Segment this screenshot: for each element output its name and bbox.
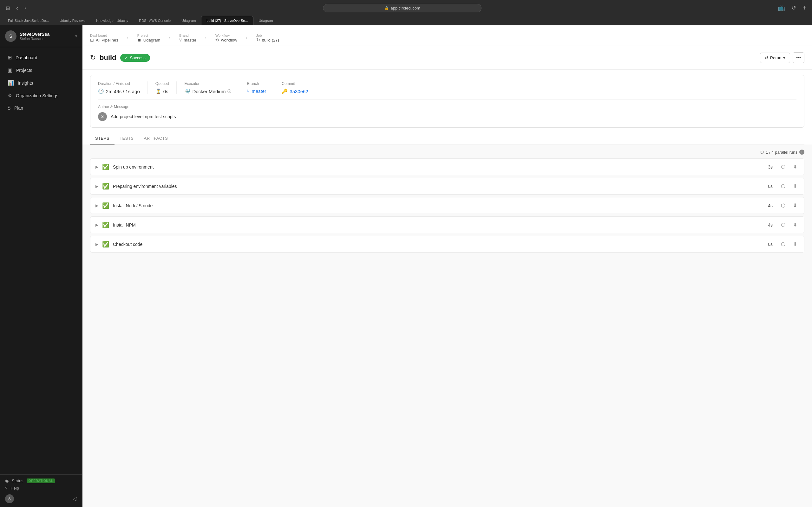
- back-button[interactable]: ‹: [14, 4, 20, 12]
- parallel-info-icon[interactable]: i: [799, 150, 804, 155]
- step-open-2[interactable]: ⬡: [779, 202, 787, 209]
- avatar: S: [5, 31, 16, 42]
- footer-help[interactable]: ? Help: [5, 486, 77, 491]
- breadcrumb-section: Dashboard ⊞ All Pipelines › Project ▣ Ud…: [90, 31, 286, 46]
- bc-text-project: Udagram: [143, 38, 160, 43]
- author-label: Author & Message: [98, 105, 797, 109]
- address-bar[interactable]: 🔒 app.circleci.com: [323, 4, 481, 12]
- step-open-0[interactable]: ⬡: [779, 163, 787, 170]
- sidebar-item-label: Dashboard: [15, 55, 38, 60]
- step-expand-1[interactable]: ▶: [96, 184, 98, 188]
- step-name-1: Preparing environment variables: [113, 184, 764, 189]
- duration-text: 2m 49s / 1s ago: [106, 89, 140, 94]
- org-subtitle: Stefan Rausch: [20, 37, 49, 41]
- cast-button[interactable]: 📺: [776, 4, 787, 12]
- bc-label-project: Project: [137, 34, 160, 38]
- browser-tabs: Full Stack JavaScript De... Udacity Revi…: [0, 16, 812, 25]
- branch-icon-info: ⑂: [247, 89, 250, 94]
- step-duration-4: 0s: [768, 242, 773, 247]
- commit-text: 3a30e62: [290, 89, 308, 94]
- sidebar-item-projects[interactable]: ▣ Projects: [3, 64, 80, 76]
- build-spinner-icon: ↻: [90, 54, 96, 62]
- step-download-0[interactable]: ⬇: [791, 163, 799, 170]
- branch-text: master: [252, 89, 266, 94]
- step-row-2: ▶ ✅ Install NodeJS node 4s ⬡ ⬇: [90, 197, 804, 214]
- status-badge: OPERATIONAL: [27, 478, 55, 483]
- sidebar-footer: ◉ Status OPERATIONAL ? Help S ◁: [0, 474, 82, 507]
- step-open-3[interactable]: ⬡: [779, 221, 787, 228]
- bc-text-branch: master: [184, 38, 196, 43]
- step-download-1[interactable]: ⬇: [791, 182, 799, 190]
- bc-item-project[interactable]: ▣ Udagram: [137, 38, 160, 43]
- author-message: S Add project level npm test scripts: [98, 112, 797, 121]
- org-name: SteveOverSea: [20, 32, 49, 37]
- org-info: S SteveOverSea Stefan Rausch: [5, 31, 49, 42]
- commit-label: Commit: [282, 81, 308, 86]
- tab-0[interactable]: Full Stack JavaScript De...: [3, 16, 54, 25]
- sidebar-item-dashboard[interactable]: ⊞ Dashboard: [3, 51, 80, 64]
- collapse-sidebar-button[interactable]: ◁: [72, 495, 77, 502]
- tab-tests[interactable]: TESTS: [114, 133, 139, 145]
- plan-icon: $: [8, 105, 10, 111]
- step-download-4[interactable]: ⬇: [791, 240, 799, 248]
- step-expand-2[interactable]: ▶: [96, 204, 98, 208]
- tab-steps[interactable]: STEPS: [90, 133, 114, 145]
- queued-text: 0s: [163, 89, 168, 94]
- bc-item-branch[interactable]: ⑂ master: [179, 38, 196, 43]
- bc-item-all-pipelines[interactable]: ⊞ All Pipelines: [90, 38, 118, 43]
- step-row-0: ▶ ✅ Spin up environment 3s ⬡ ⬇: [90, 158, 804, 175]
- tab-5-active[interactable]: build (27) - SteveOverSe...: [201, 16, 253, 25]
- step-download-2[interactable]: ⬇: [791, 202, 799, 209]
- sidebar-item-label: Plan: [14, 106, 23, 111]
- tab-6[interactable]: Udagram: [253, 16, 278, 25]
- commit-value[interactable]: 🔑 3a30e62: [282, 89, 308, 94]
- forward-button[interactable]: ›: [22, 4, 28, 12]
- branch-value[interactable]: ⑂ master: [247, 89, 266, 94]
- step-open-4[interactable]: ⬡: [779, 240, 787, 248]
- bc-text-workflow: workflow: [221, 38, 237, 43]
- queued-value: ⏳ 0s: [155, 89, 169, 94]
- executor-info-icon[interactable]: ⓘ: [227, 89, 231, 94]
- sidebar-item-insights[interactable]: 📊 Insights: [3, 77, 80, 89]
- commit-cell: Commit 🔑 3a30e62: [282, 81, 316, 94]
- help-icon: ?: [5, 486, 7, 491]
- bc-item-job[interactable]: ↻ build (27): [256, 38, 279, 43]
- steps-area: ⬡ 1 / 4 parallel runs i ▶ ✅ Spin up envi…: [83, 145, 812, 507]
- bc-text-job: build (27): [262, 38, 279, 43]
- refresh-button[interactable]: ↺: [790, 4, 798, 12]
- tab-2[interactable]: Knowledge - Udacity: [91, 16, 134, 25]
- branch-label: Branch: [247, 81, 266, 86]
- tab-3[interactable]: RDS · AWS Console: [134, 16, 176, 25]
- sidebar-item-plan[interactable]: $ Plan: [3, 102, 80, 114]
- step-open-1[interactable]: ⬡: [779, 182, 787, 190]
- sidebar-item-org-settings[interactable]: ⚙ Organization Settings: [3, 89, 80, 102]
- sidebar-item-label: Organization Settings: [16, 93, 58, 98]
- queued-cell: Queued ⏳ 0s: [155, 81, 177, 94]
- chevron-down-icon[interactable]: ▾: [75, 34, 77, 38]
- user-avatar-footer[interactable]: S: [5, 494, 14, 503]
- step-download-3[interactable]: ⬇: [791, 221, 799, 228]
- step-row-1: ▶ ✅ Preparing environment variables 0s ⬡…: [90, 178, 804, 194]
- tab-4[interactable]: Udagram: [176, 16, 201, 25]
- tab-1[interactable]: Udacity Reviews: [54, 16, 91, 25]
- sidebar-nav: ⊞ Dashboard ▣ Projects 📊 Insights ⚙ Orga…: [0, 47, 82, 474]
- step-name-3: Install NPM: [113, 222, 764, 228]
- job-icon: ↻: [256, 38, 260, 43]
- step-expand-3[interactable]: ▶: [96, 223, 98, 227]
- branch-icon: ⑂: [179, 38, 182, 43]
- hourglass-icon: ⏳: [155, 89, 161, 94]
- duration-cell: Duration / Finished 🕐 2m 49s / 1s ago: [98, 81, 148, 94]
- info-grid: Duration / Finished 🕐 2m 49s / 1s ago Qu…: [98, 81, 797, 94]
- more-options-button[interactable]: •••: [793, 52, 804, 63]
- step-expand-4[interactable]: ▶: [96, 242, 98, 246]
- queued-label: Queued: [155, 81, 169, 86]
- sidebar-toggle-button[interactable]: ⊟: [4, 4, 12, 12]
- duration-value: 🕐 2m 49s / 1s ago: [98, 89, 140, 94]
- tab-artifacts[interactable]: ARTIFACTS: [139, 133, 173, 145]
- footer-status[interactable]: ◉ Status OPERATIONAL: [5, 478, 77, 483]
- bc-item-workflow[interactable]: ⟲ workflow: [215, 38, 237, 43]
- step-expand-0[interactable]: ▶: [96, 165, 98, 169]
- new-tab-button[interactable]: +: [801, 4, 808, 12]
- rerun-button[interactable]: ↺ Rerun ▾: [760, 53, 790, 63]
- step-check-2: ✅: [102, 202, 109, 209]
